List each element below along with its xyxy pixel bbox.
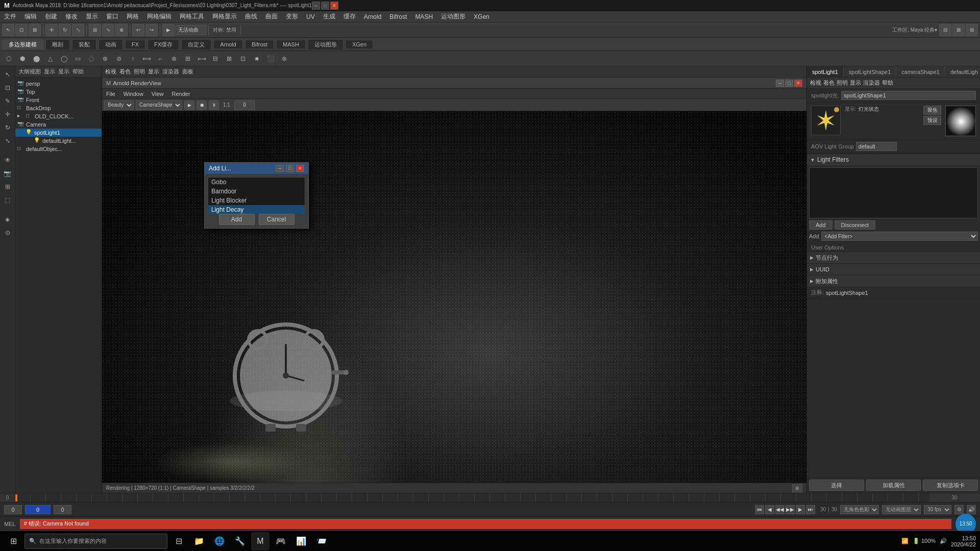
icon-plane[interactable]: ▭ <box>71 53 84 65</box>
menu-mash[interactable]: MASH <box>411 11 437 22</box>
tree-item-persp[interactable]: 📷 persp <box>15 80 102 88</box>
tool-isolate[interactable]: ⊙ <box>2 227 14 239</box>
lf-disconnect-btn[interactable]: Disconnect <box>835 220 875 230</box>
next-frame-btn[interactable]: ▶ <box>796 505 805 514</box>
tb-undo[interactable]: ↩ <box>132 24 144 36</box>
tb-paint-tool[interactable]: ⊠ <box>29 24 41 36</box>
icon-bevel[interactable]: ⌐ <box>154 53 167 65</box>
al-maximize[interactable]: □ <box>286 165 294 172</box>
shelf-tab-arnold[interactable]: Arnold <box>213 40 243 48</box>
character-select[interactable]: 无角色色彩 <box>840 505 879 514</box>
icon-extrude[interactable]: ↑ <box>126 53 139 65</box>
icon-sphere[interactable]: ⬡ <box>2 53 15 65</box>
skip-end-btn[interactable]: ⏭ <box>806 505 815 514</box>
taskbar-app2[interactable]: 🎮 <box>272 532 290 550</box>
shelf-tab-xgen[interactable]: XGen <box>346 40 373 48</box>
tool-lasso[interactable]: ⊡ <box>2 82 14 94</box>
icon-quad-draw[interactable]: ⬛ <box>264 53 277 65</box>
camera-select[interactable]: CameraShape <box>136 101 182 110</box>
start-frame-input[interactable] <box>4 505 22 514</box>
play-back-btn[interactable]: ◀◀ <box>775 505 785 514</box>
taskbar-maya[interactable]: M <box>251 532 270 550</box>
menu-modify[interactable]: 修改 <box>61 11 82 22</box>
taskbar-search[interactable]: 🔍 在这里输入你要搜索的内容 <box>24 534 167 549</box>
prev-frame-btn[interactable]: ◀ <box>765 505 774 514</box>
arvmenu-file[interactable]: File <box>102 89 119 98</box>
icon-insert-edge[interactable]: ⊠ <box>223 53 236 65</box>
shelf-tab-fxcache[interactable]: FX缓存 <box>148 39 179 49</box>
frame-value[interactable]: 0 <box>234 101 255 110</box>
render-btn[interactable]: ▶ <box>184 101 194 110</box>
outliner-display[interactable]: 显示 <box>44 68 55 76</box>
taskbar-store[interactable]: 🔧 <box>231 532 249 550</box>
icon-combine[interactable]: ⊕ <box>99 53 112 65</box>
rp-tab-spotlightshape[interactable]: spotLightShape1 <box>844 66 897 77</box>
icon-cone[interactable]: △ <box>43 53 57 65</box>
menu-cache[interactable]: 缓存 <box>339 11 360 22</box>
menu-surfaces[interactable]: 曲面 <box>261 11 282 22</box>
playback-settings-btn[interactable]: ⚙ <box>954 505 964 514</box>
layout-3[interactable]: ⊞ <box>966 24 978 36</box>
menu-mesh-edit[interactable]: 网格编辑 <box>143 11 176 22</box>
tb-render[interactable]: ▶ <box>162 24 175 36</box>
tree-item-clock[interactable]: ▸ □ OLD_CLOCK... <box>15 112 102 120</box>
menu-motion[interactable]: 运动图形 <box>437 11 470 22</box>
icon-bridge[interactable]: ⟺ <box>140 53 153 65</box>
arvmenu-view[interactable]: View <box>148 89 168 98</box>
icon-loop-cut[interactable]: ⊟ <box>209 53 222 65</box>
shelf-tab-polygon[interactable]: 多边形建模 <box>2 39 43 49</box>
shelf-tab-custom[interactable]: 自定义 <box>181 39 211 49</box>
tree-item-backdrop[interactable]: □ BackDrop <box>15 104 102 112</box>
menu-deform[interactable]: 变形 <box>282 11 302 22</box>
minimize-button[interactable]: ─ <box>312 2 320 10</box>
icon-disk[interactable]: ◌ <box>85 53 98 65</box>
menu-mesh-display[interactable]: 网格显示 <box>208 11 241 22</box>
al-cancel-button[interactable]: Cancel <box>259 214 295 225</box>
add-light-list[interactable]: Gobo Barndoor Light Blocker Light Decay <box>208 177 305 208</box>
taskbar-app4[interactable]: 📨 <box>312 532 331 550</box>
icon-torus[interactable]: ◯ <box>57 53 70 65</box>
play-fwd-btn[interactable]: ▶▶ <box>786 505 795 514</box>
lf-add-btn[interactable]: Add <box>809 220 832 230</box>
arnoldview-minimize[interactable]: ─ <box>776 80 784 87</box>
al-item-gobo[interactable]: Gobo <box>208 178 305 187</box>
tree-item-top[interactable]: 📷 Top <box>15 88 102 96</box>
taskbar-file-explorer[interactable]: 📁 <box>190 532 208 550</box>
light-filters-header[interactable]: ▼ Light Filters <box>807 154 980 165</box>
icon-fill[interactable]: ■ <box>250 53 263 65</box>
tb-rotate-tool[interactable]: ↻ <box>59 24 71 36</box>
close-button[interactable]: ✕ <box>330 2 338 10</box>
fps-select[interactable]: 30 fps <box>924 505 951 514</box>
tb-select-tool[interactable]: ↖ <box>2 24 14 36</box>
end-frame-input[interactable] <box>54 505 71 514</box>
audio-btn[interactable]: 🔊 <box>967 505 976 514</box>
arvmenu-window[interactable]: Window <box>119 89 148 98</box>
current-frame-input[interactable] <box>25 505 51 514</box>
shelf-tab-anim[interactable]: 动画 <box>99 39 123 49</box>
menu-file[interactable]: 文件 <box>0 11 20 22</box>
stop-btn[interactable]: ⏹ <box>197 101 207 110</box>
shelf-tab-mash[interactable]: MASH <box>276 40 306 48</box>
tool-show-hide[interactable]: 👁 <box>2 154 14 166</box>
cs-header-extra[interactable]: ▶ 附加属性 <box>807 276 980 287</box>
cs-header-node[interactable]: ▶ 节点行为 <box>807 252 980 263</box>
shelf-tab-bifrost[interactable]: Bifrost <box>245 40 274 48</box>
menu-create[interactable]: 创建 <box>41 11 61 22</box>
rp-tab-defaultlight[interactable]: defaultLigh <box>945 66 980 77</box>
menu-mesh[interactable]: 网格 <box>122 11 143 22</box>
taskbar-browser[interactable]: 🌐 <box>210 532 229 550</box>
menu-xgen[interactable]: XGen <box>470 11 494 22</box>
taskbar-task-view[interactable]: ⊟ <box>169 532 188 550</box>
arnoldview-close[interactable]: ✕ <box>794 80 802 87</box>
icon-separate[interactable]: ⊘ <box>112 53 126 65</box>
tool-paint[interactable]: ✎ <box>2 95 14 107</box>
shelf-tab-sculpt[interactable]: 雕刻 <box>45 39 70 49</box>
shelf-tab-rig[interactable]: 装配 <box>72 39 96 49</box>
tool-move[interactable]: ✛ <box>2 108 14 120</box>
tool-camera[interactable]: 📷 <box>2 167 14 180</box>
al-close[interactable]: ✕ <box>296 165 304 172</box>
timeline-ruler[interactable] <box>15 493 929 502</box>
tb-move-tool[interactable]: ✛ <box>45 24 58 36</box>
tool-grid[interactable]: ⊞ <box>2 181 14 193</box>
anim-layer-select[interactable]: 无动画图层 <box>882 505 921 514</box>
